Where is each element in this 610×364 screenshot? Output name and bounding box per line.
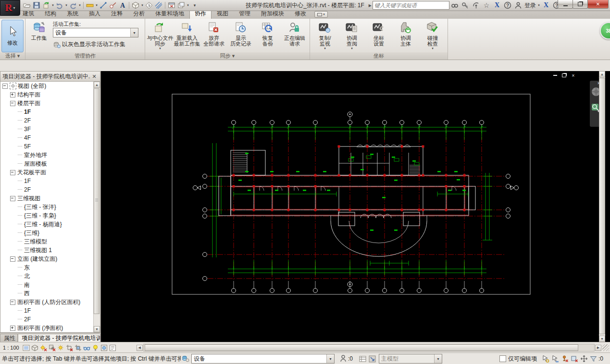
restore-backup-button[interactable]: 恢复备份	[254, 20, 281, 51]
chevron-down-icon[interactable]: ▾	[186, 3, 190, 7]
panel-tab-project-browser[interactable]: 项目浏览器 - 技师学院机电培训...	[18, 334, 100, 342]
tree-item-3F[interactable]: 3F	[0, 125, 100, 133]
panel-tab-properties[interactable]: 属性	[0, 334, 18, 342]
infocenter-collapse-icon[interactable]: ▶	[369, 3, 372, 8]
sun-path-icon[interactable]	[39, 343, 48, 352]
relinquish-all-requests-button[interactable]: 放弃全部请求	[200, 20, 227, 51]
collapse-icon[interactable]	[10, 196, 15, 201]
scroll-down-icon[interactable]: ▼	[599, 336, 605, 342]
undo-icon[interactable]	[55, 1, 64, 10]
section-icon[interactable]	[144, 1, 154, 10]
tree-item-三维视图[interactable]: 三维视图	[0, 194, 100, 203]
view-restore-icon[interactable]	[561, 73, 567, 78]
ribbon-minimize-toggle[interactable]: ▾	[314, 11, 328, 18]
resize-grip[interactable]	[602, 344, 609, 351]
expand-icon[interactable]	[10, 92, 15, 97]
reveal-hidden-elements-icon[interactable]	[91, 343, 100, 352]
editable-only-checkbox[interactable]	[499, 355, 506, 362]
view-scale-button[interactable]: 1 : 100	[0, 343, 22, 352]
collapse-icon[interactable]	[10, 256, 15, 262]
tree-item-{三维}[interactable]: {三维}	[0, 229, 100, 237]
open-icon[interactable]	[22, 1, 32, 10]
vertical-scrollbar[interactable]: ▲ ▼	[599, 71, 605, 342]
chevron-down-icon[interactable]: ▾	[95, 3, 99, 7]
floor-plan-drawing[interactable]	[101, 71, 610, 343]
sun-settings-icon[interactable]	[57, 343, 65, 352]
chevron-down-icon[interactable]: ▾	[51, 3, 55, 7]
tree-item-{三维 - 张洋}[interactable]: {三维 - 张洋}	[0, 203, 100, 211]
tree-item-天花板平面[interactable]: 天花板平面	[0, 168, 100, 177]
crop-view-icon[interactable]	[65, 343, 74, 352]
favorites-icon[interactable]: ☆	[481, 1, 492, 10]
tree-item-室外地坪[interactable]: 室外地坪	[0, 151, 100, 159]
search-input[interactable]	[373, 1, 449, 10]
tree-item-{三维 - 李枭}[interactable]: {三维 - 李枭}	[0, 211, 100, 220]
show-history-button[interactable]: 显示历史记录	[227, 20, 254, 51]
select-pinned-elements-toggle-icon[interactable]	[560, 354, 570, 364]
scroll-left-icon[interactable]: ◀	[137, 345, 143, 351]
tree-item-5F[interactable]: 5F	[0, 142, 100, 151]
show-crop-region-icon[interactable]	[74, 343, 83, 352]
scrollbar-thumb[interactable]	[94, 88, 100, 314]
scrollbar-thumb[interactable]	[599, 78, 605, 334]
expand-icon[interactable]	[10, 326, 15, 331]
measure-icon[interactable]	[85, 1, 95, 10]
sync-with-central-icon[interactable]	[41, 1, 51, 10]
tree-item-结构平面[interactable]: 结构平面	[0, 90, 100, 99]
view-minimize-icon[interactable]	[552, 73, 558, 78]
interference-check-button[interactable]: 碰撞检查 ▾	[419, 20, 446, 51]
tree-item-面积平面 (人防分区面积)[interactable]: 面积平面 (人防分区面积)	[0, 298, 100, 306]
minimize-button[interactable]	[558, 0, 573, 9]
close-hidden-windows-icon[interactable]	[167, 1, 176, 10]
tree-item-三维模型[interactable]: 三维模型	[0, 237, 100, 246]
tree-item-东[interactable]: 东	[0, 263, 100, 272]
sign-in-button[interactable]: 登录 ▾	[513, 1, 541, 10]
tag-icon[interactable]	[108, 1, 118, 10]
tree-item-1F[interactable]: 1F	[0, 108, 100, 116]
scroll-up-icon[interactable]: ▲	[599, 71, 605, 77]
tree-item-面积平面 (总建筑面积)[interactable]: 面积平面 (总建筑面积)	[0, 332, 100, 333]
tree-item-1F[interactable]: 1F	[0, 177, 100, 185]
active-workset-select[interactable]: 设备 ▼	[53, 28, 138, 37]
switch-windows-icon[interactable]	[176, 1, 186, 10]
project-browser-scrollbar[interactable]: ▲ ▼	[93, 82, 100, 332]
worksharing-display-icon[interactable]	[100, 343, 109, 352]
editing-requests-icon[interactable]	[338, 354, 348, 364]
coordination-host-button[interactable]: 协调主体	[392, 20, 419, 51]
chevron-down-icon[interactable]: ▾	[140, 3, 144, 7]
select-links-toggle-icon[interactable]	[541, 354, 550, 364]
select-elements-by-face-toggle-icon[interactable]	[570, 354, 579, 364]
editing-requests-button[interactable]: 正在编辑请求	[281, 20, 308, 51]
restore-button[interactable]	[573, 0, 588, 9]
copy-monitor-button[interactable]: 复制/监视 ▾	[311, 20, 338, 51]
collapse-icon[interactable]	[2, 84, 8, 89]
active-workset-select[interactable]: 设备 ▼	[191, 354, 335, 364]
worksets-dialog-icon[interactable]	[358, 354, 367, 364]
keyword-icon[interactable]	[460, 1, 471, 10]
visual-style-icon[interactable]	[31, 343, 39, 352]
drawing-area[interactable]: × ✕	[101, 71, 610, 342]
aligned-dimension-icon[interactable]	[99, 1, 108, 10]
tree-item-4F[interactable]: 4F	[0, 133, 100, 142]
synchronize-with-central-button[interactable]: 与中心文件同步 ▾	[147, 20, 174, 51]
customize-qat-icon[interactable]: ▾	[190, 1, 199, 10]
scroll-down-icon[interactable]: ▼	[94, 326, 100, 332]
close-icon[interactable]: ✕	[90, 73, 98, 80]
exchange-apps-icon[interactable]: X	[541, 1, 551, 10]
temporary-hide-isolate-icon[interactable]	[83, 343, 91, 352]
view-close-icon[interactable]: ×	[570, 73, 576, 78]
design-options-icon[interactable]	[367, 354, 377, 364]
save-icon[interactable]	[32, 1, 41, 10]
collapse-icon[interactable]	[10, 170, 15, 175]
gray-inactive-worksets-toggle[interactable]: 以灰色显示非活动工作集	[53, 40, 138, 49]
coordination-review-button[interactable]: 协调查阅 ▾	[338, 20, 365, 51]
thin-lines-icon[interactable]	[154, 1, 163, 10]
tree-item-视图 (全部)[interactable]: 视图 (全部)	[0, 82, 100, 90]
tree-item-北[interactable]: 北	[0, 272, 100, 280]
application-menu-button[interactable]: R ▾	[0, 0, 20, 16]
tree-item-立面 (建筑立面)[interactable]: 立面 (建筑立面)	[0, 255, 100, 263]
tree-item-西[interactable]: 西	[0, 289, 100, 298]
tree-item-2F[interactable]: 2F	[0, 185, 100, 194]
reload-latest-worksets-button[interactable]: 重新载入最新工作集	[174, 20, 200, 51]
tree-item-三维视图 1[interactable]: 三维视图 1	[0, 246, 100, 255]
